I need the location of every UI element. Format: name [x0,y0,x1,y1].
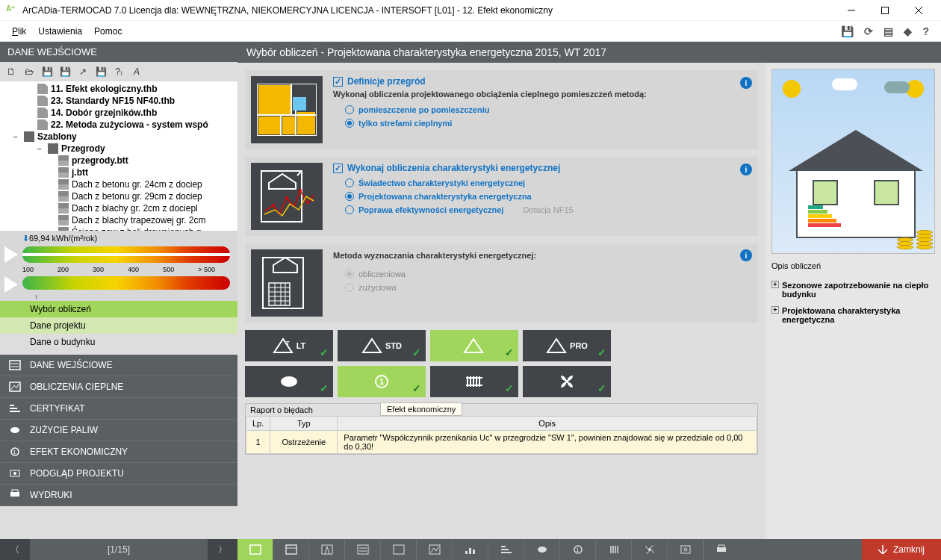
bottom-icon-3[interactable] [309,539,345,560]
tree-item[interactable]: Dach z blachy trapezowej gr. 2cm [0,214,237,226]
bottom-icon-6[interactable] [417,539,453,560]
block2-check[interactable] [333,164,343,173]
refresh-icon[interactable]: ⟳ [864,25,873,37]
save2-icon[interactable]: 💾 [40,65,54,78]
new-file-icon[interactable]: 🗋 [4,65,18,78]
bottom-icon-10[interactable]: 1 [560,539,596,560]
tree-label: 22. Metoda zużyciowa - system wspó [51,119,208,130]
info-icon[interactable]: i [740,164,752,175]
tree-label: Szablony [37,131,77,142]
tree-item[interactable]: Dach z betonu gr. 24cm z dociep [0,178,237,190]
block3-icon [251,249,323,317]
book-icon[interactable]: ◆ [904,25,912,37]
radio-zuzyciowa [345,283,354,292]
help-icon[interactable]: ? [922,25,929,37]
tile-std[interactable]: STD✓ [338,330,426,361]
bottom-icon-4[interactable] [345,539,381,560]
bottom-icon-12[interactable] [632,539,668,560]
print-button[interactable] [704,539,739,560]
tree-expander[interactable]: − [37,145,45,153]
bottom-icon-9[interactable] [524,539,560,560]
close-panel-button[interactable]: Zamknij [862,539,941,560]
error-table: Lp. Typ Opis 1 Ostrzeżenie Parametr "Wsp… [246,416,757,454]
tile-fan[interactable]: ✓ [523,366,611,397]
svg-rect-27 [286,545,296,554]
tree-item[interactable]: 11. Efekt ekologiczny.thb [0,83,237,95]
svg-text:1: 1 [576,547,580,553]
section-podgląd-projektu[interactable]: PODGLĄD PROJEKTU [0,463,237,485]
bottom-icon-1[interactable] [237,539,273,560]
section-dane-wejściowe[interactable]: DANE WEJŚCIOWE [0,355,237,376]
radio-cert[interactable] [345,178,354,187]
block1-check[interactable] [333,77,343,87]
tree-item[interactable]: przegrody.btt [0,155,237,167]
info-icon[interactable]: i [740,77,752,89]
section-zużycie-paliw[interactable]: ZUŻYCIE PALIW [0,420,237,441]
svg-rect-12 [258,116,281,134]
app-icon: A⁺ [6,4,18,16]
tree-item[interactable]: −Szablony [0,131,237,143]
svg-point-3 [10,427,19,433]
tile-radiator[interactable]: ✓ [430,366,518,397]
menu-ustawienia[interactable]: Ustawienia [38,26,82,37]
tile-pro[interactable]: PRO✓ [523,330,611,361]
nav-item[interactable]: Dane o budynku [0,334,237,350]
svg-rect-36 [681,546,690,553]
bottom-icon-2[interactable] [273,539,309,560]
tree-item[interactable]: 14. Dobór grzejników.thb [0,107,237,119]
expand-icon[interactable]: + [771,281,779,288]
tree-expander[interactable]: − [13,133,21,141]
layer-icon [58,203,69,214]
bottom-icon-8[interactable] [488,539,524,560]
section-wydruki[interactable]: WYDRUKI [0,485,237,506]
menu-pomoc[interactable]: Pomoc [94,26,122,37]
save-as-icon[interactable]: 💾 [58,65,72,78]
wizard-icon[interactable]: ?₎ [112,65,125,78]
minimize-button[interactable] [834,0,868,21]
next-page-button[interactable]: 〉 [208,539,237,560]
bottom-icon-5[interactable] [381,539,417,560]
info-icon[interactable]: i [740,249,752,261]
tree-item[interactable]: Ściana zew z bali drewnianych g [0,226,237,231]
export-icon[interactable]: ↗ [76,65,90,78]
tile-1[interactable]: 1✓ [338,366,426,397]
section-certyfikat[interactable]: CERTYFIKAT [0,398,237,420]
nav-item[interactable]: Dane projektu [0,317,237,334]
doc-icon[interactable]: ▤ [883,25,893,37]
tile-lt[interactable]: TLT✓ [245,330,333,361]
window-title: ArCADia-TERMOCAD 7.0 Licencja dla: WEWNĘ… [22,5,834,16]
maximize-button[interactable] [868,0,901,21]
expand-icon[interactable]: + [771,306,779,314]
radio-design-char[interactable] [345,192,354,201]
save-icon[interactable]: 💾 [841,25,854,37]
menu-plik[interactable]: Plik [12,26,26,37]
bottom-icon-7[interactable] [453,539,488,560]
tile-eco[interactable]: ✓ [245,366,333,397]
radio-zones-only[interactable] [345,119,354,128]
prev-page-button[interactable]: 〈 [0,539,30,560]
font-icon[interactable]: A [130,65,143,78]
radio-room-by-room[interactable] [345,105,354,114]
layer-icon [58,167,69,178]
error-row[interactable]: 1 Ostrzeżenie Parametr "Współczynnik prz… [246,431,757,454]
nav-item[interactable]: Wybór obliczeń [0,301,237,317]
bottom-icon-11[interactable] [596,539,632,560]
tree-item[interactable]: j.btt [0,167,237,178]
close-button[interactable] [901,0,935,21]
tree-item[interactable]: Dach z blachy gr. 2cm z dociepl [0,202,237,214]
section-efekt-ekonomiczny[interactable]: 1EFEKT EKONOMICZNY [0,441,237,463]
tile-selected[interactable]: ✓ [430,330,518,361]
tree-item[interactable]: 23. Standardy NF15 NF40.thb [0,95,237,107]
tree-item[interactable]: Dach z betonu gr. 29cm z dociep [0,190,237,202]
save-tpl-icon[interactable]: 💾 [94,65,108,78]
section-obliczenia-cieplne[interactable]: OBLICZENIA CIEPLNE [0,376,237,398]
bottom-icon-13[interactable] [668,539,704,560]
open-icon[interactable]: 🗁 [22,65,36,78]
tree-item[interactable]: −Przegrody [0,143,237,155]
layer-icon [58,155,69,166]
tree-label: Dach z blachy gr. 2cm z dociepl [72,203,198,214]
file-tree[interactable]: 11. Efekt ekologiczny.thb23. Standardy N… [0,81,237,231]
tree-item[interactable]: 22. Metoda zużyciowa - system wspó [0,119,237,131]
radio-efficiency[interactable] [345,205,354,214]
page-indicator: [1/15] [30,544,208,555]
